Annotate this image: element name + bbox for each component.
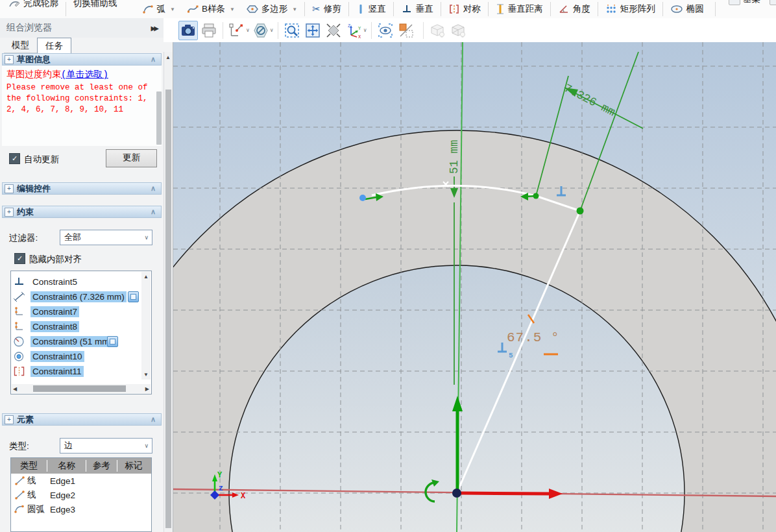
finish-profile-button[interactable]: 完成轮廓	[3, 0, 64, 12]
svg-text:Y: Y	[217, 471, 223, 480]
table-row[interactable]: 线 Edge1	[11, 474, 151, 488]
zoom-box-button[interactable]	[282, 21, 302, 40]
content-scrollbar[interactable]	[156, 91, 162, 145]
dropdown-caret-icon[interactable]: ▼	[230, 6, 235, 12]
ellipse-icon	[670, 3, 683, 15]
dropdown-caret-icon[interactable]: ∨	[363, 27, 367, 33]
expand-plus-icon[interactable]: +	[5, 184, 14, 193]
scrollbar-thumb[interactable]	[33, 385, 126, 392]
sketch-viewport[interactable]: 51 mm 7.326 mm 67.5 ° 5	[173, 42, 776, 532]
column-header-type[interactable]: 类型	[11, 460, 47, 472]
column-header-name[interactable]: 名称	[47, 460, 86, 472]
column-header-reference[interactable]: 参考	[86, 460, 117, 472]
table-row[interactable]: 线 Edge2	[11, 488, 151, 502]
vertical-constraint-button[interactable]: 竖直	[350, 1, 392, 18]
constraint-list-item[interactable]: Constraint6 (7.326 mm)	[11, 289, 141, 304]
expand-plus-icon[interactable]: +	[5, 415, 14, 424]
fit-view-button[interactable]	[324, 21, 343, 40]
toolbar-separator	[371, 22, 372, 39]
scroll-up-icon[interactable]: ▲	[143, 272, 149, 282]
edit-value-icon[interactable]	[128, 291, 139, 302]
ellipse-button[interactable]: 椭圆	[664, 1, 710, 18]
section-header-sketch-info[interactable]: + 草图信息 ∧	[2, 53, 162, 66]
collapse-panel-icon[interactable]: ▶▶	[151, 25, 157, 32]
hide-internal-checkbox[interactable]: ✓	[14, 253, 25, 264]
panel-scrollbar[interactable]: ▲	[164, 52, 173, 532]
collapse-chevron-icon[interactable]: ∧	[151, 55, 156, 64]
constraint-list-item[interactable]: Constraint8	[11, 319, 141, 334]
svg-text:Z: Z	[348, 23, 350, 29]
cube-light-icon	[428, 22, 446, 39]
no-selection-filter-button[interactable]	[251, 21, 271, 40]
dropdown-caret-icon[interactable]: ▼	[170, 6, 175, 12]
section-header-elements[interactable]: + 元素 ∧	[2, 413, 162, 426]
overconstrained-warning-title: 草图过度约束	[6, 69, 61, 80]
endpoint-green-dot	[577, 208, 584, 215]
show-hide-button[interactable]	[376, 21, 395, 40]
scrollbar-thumb[interactable]	[165, 90, 171, 528]
table-row[interactable]: 圆弧 Edge3	[11, 502, 151, 516]
svg-text:X: X	[358, 34, 361, 39]
toolbar-separator	[223, 22, 223, 39]
shaded-view-button[interactable]	[428, 21, 447, 40]
filter-dropdown[interactable]: 全部 ∨	[60, 230, 152, 245]
perpendicular-distance-button[interactable]: 垂直距离	[490, 1, 549, 18]
trim-button[interactable]: ✂ 修剪	[306, 1, 347, 18]
perpendicular-constraint-button[interactable]: 垂直	[395, 1, 439, 18]
dropdown-caret-icon[interactable]: ∨	[246, 27, 250, 33]
invert-shown-button[interactable]	[396, 21, 416, 40]
element-type-dropdown[interactable]: 边 ∨	[60, 438, 152, 453]
toolbar-separator	[488, 2, 489, 16]
update-button[interactable]: 更新	[106, 149, 157, 167]
element-table: 类型 名称 参考 标记 线 Edge1 线 Edge2 圆弧 Edge3	[10, 457, 152, 532]
edit-value-icon[interactable]	[107, 336, 118, 347]
dropdown-caret-icon[interactable]: ∨	[270, 27, 274, 33]
rectangular-array-button[interactable]: 矩形阵列	[600, 1, 661, 18]
point-on-line-constraint-icon	[13, 321, 26, 332]
distance-constraint-icon	[13, 291, 26, 302]
collapse-chevron-icon[interactable]: ∧	[151, 415, 156, 424]
orient-view-button[interactable]: ZYX	[345, 21, 364, 40]
constraint-list-item[interactable]: Constraint10	[11, 349, 141, 364]
bspline-button[interactable]: B样条▼	[181, 1, 241, 18]
column-header-mark[interactable]: 标记	[117, 460, 150, 472]
click-to-select-link[interactable]: (单击选取)	[61, 69, 108, 80]
auto-update-checkbox[interactable]: ✓	[9, 153, 20, 164]
toolbar-separator	[278, 22, 278, 39]
section-header-constraints[interactable]: + 约束 ∧	[2, 206, 162, 218]
print-button[interactable]	[199, 21, 219, 40]
scroll-up-icon[interactable]: ▲	[165, 54, 171, 60]
datum-display-button[interactable]	[227, 21, 247, 40]
toggle-aux-line-button[interactable]: 切换辅助线	[67, 0, 123, 12]
clipped-toolbar-item[interactable]	[770, 0, 776, 5]
arc-button[interactable]: 弧▼	[136, 1, 181, 18]
screenshot-button[interactable]	[178, 21, 198, 40]
section-header-edit-controls[interactable]: + 编辑控件 ∧	[2, 182, 162, 195]
collapse-chevron-icon[interactable]: ∧	[151, 208, 156, 216]
constraint-list-item[interactable]: Constraint5	[11, 274, 141, 289]
collapse-chevron-icon[interactable]: ∧	[151, 184, 156, 193]
tab-task[interactable]: 任务	[37, 38, 71, 53]
scroll-down-icon[interactable]: ▼	[143, 370, 149, 380]
symmetric-constraint-button[interactable]: 对称	[443, 1, 487, 18]
scroll-left-icon[interactable]: ◀	[13, 386, 17, 392]
line-edge-icon	[14, 476, 26, 486]
list-vertical-scrollbar[interactable]: ▲▼	[141, 272, 151, 380]
expand-plus-icon[interactable]: +	[5, 208, 14, 217]
tab-model[interactable]: 模型	[4, 38, 37, 53]
wireframe-view-button[interactable]	[448, 21, 468, 40]
angle-button[interactable]: 角度	[552, 1, 596, 18]
list-horizontal-scrollbar[interactable]: ◀ ▶	[12, 384, 151, 393]
view-toolbar: ∨ ∨ ZYX ∨	[164, 18, 776, 42]
scroll-right-icon[interactable]: ▶	[145, 386, 149, 392]
constraint-list-item[interactable]: Constraint9 (51 mm)	[11, 334, 141, 349]
sketch-canvas[interactable]: 51 mm 7.326 mm 67.5 ° 5	[173, 42, 776, 532]
dropdown-caret-icon[interactable]: ▼	[292, 6, 297, 12]
constraint-list-item[interactable]: Constraint7	[11, 304, 141, 319]
polygon-button[interactable]: 多边形▼	[241, 1, 303, 18]
constraint-list-item[interactable]: Constraint11	[11, 364, 141, 379]
expand-plus-icon[interactable]: +	[5, 55, 14, 64]
clipped-toolbar-item[interactable]: 基案	[729, 0, 760, 5]
toolbar-separator	[304, 2, 305, 16]
pan-button[interactable]	[303, 21, 322, 40]
